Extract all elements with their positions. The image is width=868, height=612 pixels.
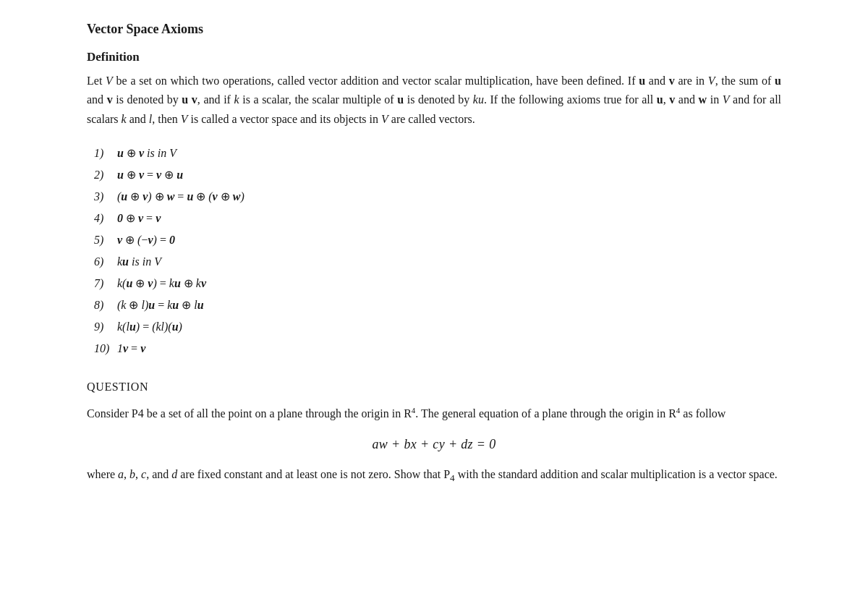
equation-block: aw + bx + cy + dz = 0 [87, 437, 781, 452]
axiom-6: 6) ku is in V [94, 252, 781, 272]
page-title: Vector Space Axioms [87, 22, 781, 37]
axiom-10: 10) 1v = v [94, 339, 781, 359]
axiom-4: 4) 0 ⊕ v = v [94, 208, 781, 229]
def-italic-V4: V [181, 113, 188, 125]
def-bold-u5: u [657, 93, 663, 106]
axiom-4-num: 4) [94, 208, 117, 229]
axiom-6-content: ku is in V [117, 252, 161, 272]
axiom-9: 9) k(lu) = (kl)(u) [94, 317, 781, 337]
def-are-called: are called vectors. [388, 113, 475, 125]
where-comma1: , [124, 468, 129, 480]
axiom-1-num: 1) [94, 143, 117, 163]
def-text-2: be a set on which two operations, called… [113, 75, 639, 87]
q-text-2: be a set of all the point on a plane thr… [144, 408, 412, 420]
def-comma2: , [663, 93, 670, 106]
def-bold-v2: v [107, 93, 113, 106]
q-text-3: . The general equation of a plane throug… [415, 408, 676, 420]
axiom-1-content: u ⊕ v is in V [117, 143, 176, 163]
where-text-1: where [87, 468, 118, 480]
def-italic-V5: V [381, 113, 388, 125]
where-text-2: are fixed constant and at least one is n… [177, 468, 450, 480]
axiom-2: 2) u ⊕ v = v ⊕ u [94, 165, 781, 185]
def-in-V: in [707, 93, 723, 106]
axiom-5-num: 5) [94, 230, 117, 250]
def-bold-u2: u [775, 75, 781, 87]
axiom-3-content: (u ⊕ v) ⊕ w = u ⊕ (v ⊕ w) [117, 187, 244, 207]
def-bold-w: w [699, 93, 707, 106]
def-and2: and [87, 93, 107, 106]
axiom-8: 8) (k ⊕ l)u = ku ⊕ lu [94, 295, 781, 315]
def-denoted: is denoted by [113, 93, 182, 106]
axioms-list: 1) u ⊕ v is in V 2) u ⊕ v = v ⊕ u 3) (u … [94, 143, 781, 359]
def-italic-k: k [234, 93, 239, 106]
question-paragraph: Consider P4 be a set of all the point on… [87, 404, 781, 424]
axiom-4-content: 0 ⊕ v = v [117, 208, 161, 229]
def-and3: and [675, 93, 698, 106]
def-is-a: is a scalar, the scalar multiple of [239, 93, 398, 106]
q-text-1: Consider P [87, 408, 138, 420]
equation: aw + bx + cy + dz = 0 [372, 437, 495, 451]
def-text-3: , the sum of [715, 75, 775, 87]
def-comma: , and if [197, 93, 234, 106]
axiom-9-content: k(lu) = (kl)(u) [117, 317, 182, 337]
def-bold-u: u [639, 75, 645, 87]
where-text-3: with the standard addition and scalar mu… [455, 468, 778, 480]
def-italic-k2: k [122, 113, 127, 125]
axiom-8-content: (k ⊕ l)u = ku ⊕ lu [117, 295, 204, 315]
axiom-10-num: 10) [94, 339, 117, 359]
where-a: a [118, 468, 124, 480]
def-italic-V2: V [708, 75, 715, 87]
axiom-7-num: 7) [94, 273, 117, 294]
question-label: QUESTION [87, 381, 781, 394]
def-and: and [645, 75, 669, 87]
where-P4-sub: 4 [450, 472, 455, 483]
def-text-let: Let [87, 75, 106, 87]
def-italic-ku: ku [473, 93, 484, 106]
axiom-7: 7) k(u ⊕ v) = ku ⊕ kv [94, 273, 781, 294]
axiom-5-content: v ⊕ (−v) = 0 [117, 230, 175, 250]
axiom-3-num: 3) [94, 187, 117, 207]
def-bold-v: v [669, 75, 675, 87]
axiom-9-num: 9) [94, 317, 117, 337]
def-plus-v: v [188, 93, 197, 106]
def-bold-u4: u [397, 93, 404, 106]
where-b: b [129, 468, 135, 480]
axiom-10-content: 1v = v [117, 339, 145, 359]
axiom-3: 3) (u ⊕ v) ⊕ w = u ⊕ (v ⊕ w) [94, 187, 781, 207]
axiom-2-content: u ⊕ v = v ⊕ u [117, 165, 183, 185]
def-and4: and [127, 113, 149, 125]
def-denoted2: is denoted by [404, 93, 473, 106]
where-and: , and [146, 468, 171, 480]
q-text-4: as follow [680, 408, 726, 420]
definition-label: Definition [87, 50, 781, 64]
def-bold-u3: u [182, 93, 188, 106]
def-are-in: are in [675, 75, 708, 87]
axiom-8-num: 8) [94, 295, 117, 315]
axiom-6-num: 6) [94, 252, 117, 272]
axiom-1: 1) u ⊕ v is in V [94, 143, 781, 163]
def-italic-V3: V [723, 93, 730, 106]
axiom-2-num: 2) [94, 165, 117, 185]
where-paragraph: where a, b, c, and d are fixed constant … [87, 465, 781, 486]
def-V: V [106, 75, 113, 87]
def-period: . If the following axioms true for all [484, 93, 657, 106]
def-then: , then [152, 113, 181, 125]
q-P4: 4 [138, 408, 144, 420]
where-comma2: , [135, 468, 141, 480]
definition-paragraph: Let V be a set on which two operations, … [87, 72, 781, 129]
def-called: is called a vector space and its objects… [188, 113, 381, 125]
axiom-7-content: k(u ⊕ v) = ku ⊕ kv [117, 273, 206, 294]
axiom-5: 5) v ⊕ (−v) = 0 [94, 230, 781, 250]
